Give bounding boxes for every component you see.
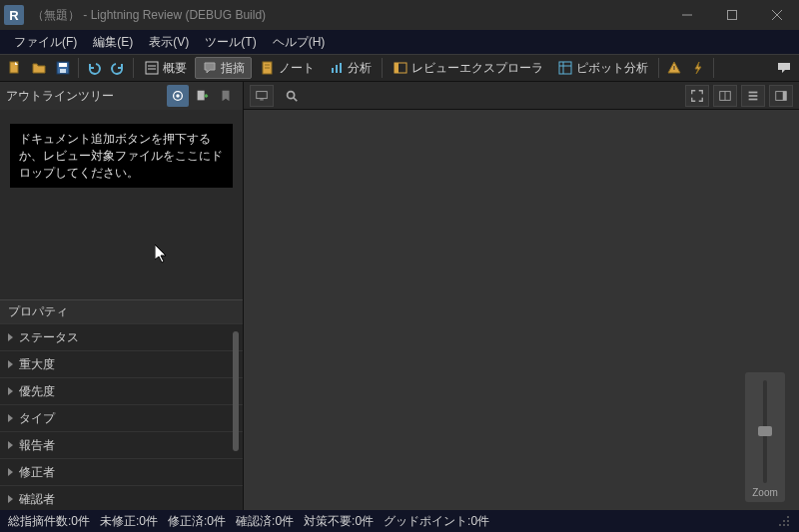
zoom-label: Zoom [752,487,778,498]
save-button[interactable] [52,57,74,79]
viewer-sidepane-button[interactable] [769,85,793,107]
properties-body: ステータス 重大度 優先度 タイプ 報告者 修正者 確認者 [0,323,243,510]
expand-icon [8,414,13,422]
svg-point-37 [787,524,789,526]
status-fixed: 修正済:0件 [168,513,226,530]
minimize-button[interactable] [664,0,709,30]
menu-help[interactable]: ヘルプ(H) [265,32,334,53]
zoom-thumb[interactable] [758,426,772,436]
outline-locate-button[interactable] [167,85,189,107]
undo-button[interactable] [83,57,105,79]
close-button[interactable] [754,0,799,30]
body: アウトラインツリー ドキュメント追加ボタンを押下するか、レビュー対象ファイルをこ… [0,82,799,510]
note-button[interactable]: ノート [254,57,321,79]
property-label: ステータス [19,329,79,346]
toolbar-separator [133,58,134,78]
property-label: 優先度 [19,383,55,400]
property-label: 報告者 [19,437,55,454]
viewer-split-button[interactable] [713,85,737,107]
analysis-button[interactable]: 分析 [323,57,378,79]
outline-bookmark-button[interactable] [215,85,237,107]
zoom-track[interactable] [763,380,767,483]
status-total: 総指摘件数:0件 [8,513,90,530]
redo-icon [110,60,126,76]
maximize-button[interactable] [709,0,754,30]
lightning-icon [690,60,706,76]
viewer-screen-button[interactable] [250,85,274,107]
svg-point-39 [783,524,785,526]
expand-icon [8,360,13,368]
svg-line-29 [294,97,298,101]
viewer-search-button[interactable] [280,85,304,107]
pivot-label: ピボット分析 [576,60,648,77]
warning-button[interactable] [663,57,685,79]
svg-rect-4 [10,62,18,73]
svg-rect-16 [340,63,342,73]
property-label: タイプ [19,410,55,427]
lightning-button[interactable] [687,57,709,79]
overview-label: 概要 [163,60,187,77]
point-label: 指摘 [221,60,245,77]
property-label: 重大度 [19,356,55,373]
property-row-priority[interactable]: 優先度 [0,377,243,404]
svg-rect-7 [60,69,66,73]
outline-body[interactable]: ドキュメント追加ボタンを押下するか、レビュー対象ファイルをここにドロップしてくだ… [0,110,243,299]
redo-button[interactable] [107,57,129,79]
zoom-slider[interactable]: Zoom [745,372,785,502]
main-toolbar: 概要 指摘 ノート 分析 レビューエクスプローラ ピボット分析 [0,54,799,82]
note-label: ノート [279,60,315,77]
property-row-confirmer[interactable]: 確認者 [0,485,243,510]
viewer-list-button[interactable] [741,85,765,107]
pivot-button[interactable]: ピボット分析 [551,57,654,79]
menu-view[interactable]: 表示(V) [141,32,197,53]
review-explorer-icon [393,60,408,76]
expand-icon [8,468,13,476]
review-explorer-button[interactable]: レビューエクスプローラ [387,57,549,79]
expand-icon [8,441,13,449]
new-file-icon [7,60,23,76]
overview-button[interactable]: 概要 [138,57,193,79]
svg-point-42 [779,524,781,526]
main-panel: Zoom [244,82,799,510]
status-confirmed: 確認済:0件 [236,513,294,530]
toolbar-separator [713,58,714,78]
viewer-fullscreen-button[interactable] [685,85,709,107]
svg-rect-36 [783,91,787,100]
save-icon [55,60,71,76]
point-button[interactable]: 指摘 [195,57,252,79]
window-title: （無題） - Lightning Review (DEBUG Build) [32,7,664,24]
svg-rect-15 [336,65,338,73]
expand-icon [8,333,13,341]
toolbar-separator [382,58,383,78]
review-explorer-label: レビューエクスプローラ [411,60,543,77]
overview-icon [144,60,160,76]
point-icon [202,60,218,76]
undo-icon [86,60,102,76]
open-file-button[interactable] [28,57,50,79]
viewer-canvas[interactable]: Zoom [244,110,799,510]
property-row-status[interactable]: ステータス [0,323,243,350]
svg-rect-19 [559,62,571,74]
svg-rect-18 [395,63,399,73]
property-label: 修正者 [19,464,55,481]
property-label: 確認者 [19,491,55,508]
new-file-button[interactable] [4,57,26,79]
property-row-type[interactable]: タイプ [0,404,243,431]
svg-point-24 [176,94,180,98]
menu-tools[interactable]: ツール(T) [197,32,264,53]
titlebar: R （無題） - Lightning Review (DEBUG Build) [0,0,799,30]
outline-title: アウトラインツリー [6,88,165,105]
svg-rect-26 [257,91,268,98]
outline-add-button[interactable] [191,85,213,107]
menu-file[interactable]: ファイル(F) [6,32,85,53]
property-row-severity[interactable]: 重大度 [0,350,243,377]
status-unfixed: 未修正:0件 [100,513,158,530]
menu-edit[interactable]: 編集(E) [85,32,141,53]
note-icon [260,60,276,76]
analysis-label: 分析 [348,60,372,77]
chat-button[interactable] [773,57,795,79]
expand-icon [8,387,13,395]
property-row-fixer[interactable]: 修正者 [0,458,243,485]
resize-grip[interactable] [777,514,791,528]
property-row-reporter[interactable]: 報告者 [0,431,243,458]
